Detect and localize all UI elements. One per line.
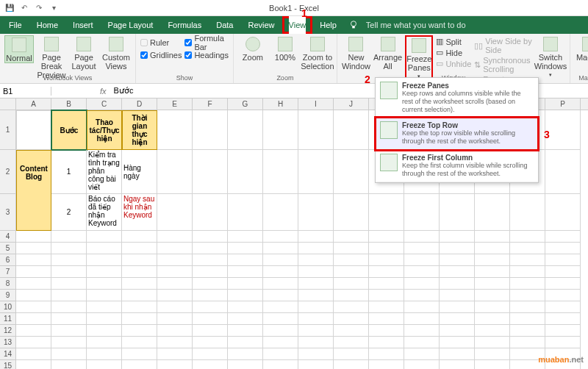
- cell-L13[interactable]: [404, 337, 440, 348]
- cell-O8[interactable]: [510, 278, 545, 290]
- cell-E5[interactable]: [157, 243, 193, 254]
- rowhead-2[interactable]: 2: [0, 150, 16, 194]
- cell-H10[interactable]: [263, 301, 298, 313]
- tell-me-search[interactable]: Tell me what you want to do: [359, 16, 473, 34]
- cell-P6[interactable]: [545, 254, 581, 266]
- cell-E4[interactable]: [157, 231, 193, 243]
- tab-insert[interactable]: Insert: [65, 16, 101, 34]
- redo-icon[interactable]: ↷: [34, 3, 44, 13]
- cell-B13[interactable]: [51, 337, 87, 348]
- split-button[interactable]: ▥Split: [436, 37, 471, 46]
- fx-icon[interactable]: fx: [96, 87, 111, 96]
- cell-B4[interactable]: [51, 231, 87, 243]
- cell-H5[interactable]: [263, 243, 298, 254]
- cell-P12[interactable]: [545, 325, 581, 337]
- cell-I8[interactable]: [298, 278, 334, 290]
- col-F[interactable]: F: [193, 98, 228, 110]
- cell-B5[interactable]: [51, 243, 87, 254]
- cell-B8[interactable]: [51, 278, 87, 290]
- arrange-all-button[interactable]: Arrange All: [373, 35, 402, 71]
- cell-D13[interactable]: [122, 337, 157, 348]
- cell-K11[interactable]: [369, 313, 404, 325]
- cell-F8[interactable]: [193, 278, 228, 290]
- cell-P2[interactable]: [545, 150, 581, 194]
- cell-E3[interactable]: [157, 194, 193, 231]
- cell-A3-merged-bottom[interactable]: [16, 194, 51, 231]
- cell-G13[interactable]: [228, 337, 263, 348]
- cell-B15[interactable]: [51, 360, 87, 369]
- cell-F9[interactable]: [193, 290, 228, 301]
- cell-I15[interactable]: [298, 360, 334, 369]
- save-icon[interactable]: 💾: [4, 3, 15, 13]
- cell-I3[interactable]: [298, 194, 334, 231]
- cell-P8[interactable]: [545, 278, 581, 290]
- cell-O4[interactable]: [510, 231, 545, 243]
- cell-P11[interactable]: [545, 313, 581, 325]
- cell-O6[interactable]: [510, 254, 545, 266]
- cell-A4[interactable]: [16, 231, 51, 243]
- cell-D10[interactable]: [122, 301, 157, 313]
- cell-A9[interactable]: [16, 290, 51, 301]
- rowhead-15[interactable]: 15: [0, 360, 16, 369]
- cell-O7[interactable]: [510, 266, 545, 278]
- undo-icon[interactable]: ↶: [19, 3, 29, 13]
- rowhead-11[interactable]: 11: [0, 313, 16, 325]
- cell-M15[interactable]: [440, 360, 475, 369]
- tab-page-layout[interactable]: Page Layout: [101, 16, 161, 34]
- cell-N9[interactable]: [475, 290, 510, 301]
- cell-G14[interactable]: [228, 348, 263, 360]
- cell-O5[interactable]: [510, 243, 545, 254]
- zoom-100-button[interactable]: 100%: [270, 35, 300, 62]
- cell-J2[interactable]: [334, 150, 369, 194]
- cell-G2[interactable]: [228, 150, 263, 194]
- col-C[interactable]: C: [87, 98, 122, 110]
- cell-M10[interactable]: [440, 301, 475, 313]
- cell-J4[interactable]: [334, 231, 369, 243]
- cell-C6[interactable]: [87, 254, 122, 266]
- name-box[interactable]: B1: [0, 87, 51, 96]
- zoom-button[interactable]: Zoom: [238, 35, 268, 62]
- cell-L9[interactable]: [404, 290, 440, 301]
- cell-K6[interactable]: [369, 254, 404, 266]
- tab-formulas[interactable]: Formulas: [160, 16, 209, 34]
- cell-E1[interactable]: [157, 110, 193, 150]
- select-all-corner[interactable]: [0, 98, 16, 110]
- cell-D15[interactable]: [122, 360, 157, 369]
- cell-H4[interactable]: [263, 231, 298, 243]
- cell-A2-merged-top[interactable]: Content Blog: [16, 150, 51, 194]
- cell-M11[interactable]: [440, 313, 475, 325]
- cell-G6[interactable]: [228, 254, 263, 266]
- cell-A7[interactable]: [16, 266, 51, 278]
- rowhead-4[interactable]: 4: [0, 231, 16, 243]
- cell-M9[interactable]: [440, 290, 475, 301]
- page-break-preview-button[interactable]: Page Break Preview: [37, 35, 66, 79]
- cell-J13[interactable]: [334, 337, 369, 348]
- cell-P5[interactable]: [545, 243, 581, 254]
- cell-F4[interactable]: [193, 231, 228, 243]
- cell-B1[interactable]: Bước: [51, 110, 87, 150]
- cell-C3[interactable]: Báo cáo đã tiếp nhận Keyword: [87, 194, 122, 231]
- col-J[interactable]: J: [334, 98, 369, 110]
- cell-K10[interactable]: [369, 301, 404, 313]
- cell-M3[interactable]: [440, 194, 475, 231]
- cell-L15[interactable]: [404, 360, 440, 369]
- cell-P13[interactable]: [545, 337, 581, 348]
- cell-B7[interactable]: [51, 266, 87, 278]
- dropdown-freeze-first-column[interactable]: Freeze First ColumnKeep the first column…: [376, 150, 538, 182]
- macros-button[interactable]: Macros▾: [575, 35, 588, 69]
- cell-M12[interactable]: [440, 325, 475, 337]
- cell-O12[interactable]: [510, 325, 545, 337]
- cell-E10[interactable]: [157, 301, 193, 313]
- cell-C8[interactable]: [87, 278, 122, 290]
- cell-D6[interactable]: [122, 254, 157, 266]
- cell-E14[interactable]: [157, 348, 193, 360]
- cell-C13[interactable]: [87, 337, 122, 348]
- cell-I11[interactable]: [298, 313, 334, 325]
- cell-I6[interactable]: [298, 254, 334, 266]
- cell-O11[interactable]: [510, 313, 545, 325]
- cell-K9[interactable]: [369, 290, 404, 301]
- rowhead-13[interactable]: 13: [0, 337, 16, 348]
- col-I[interactable]: I: [298, 98, 334, 110]
- cell-D2[interactable]: Hàng ngày: [122, 150, 157, 194]
- cell-I5[interactable]: [298, 243, 334, 254]
